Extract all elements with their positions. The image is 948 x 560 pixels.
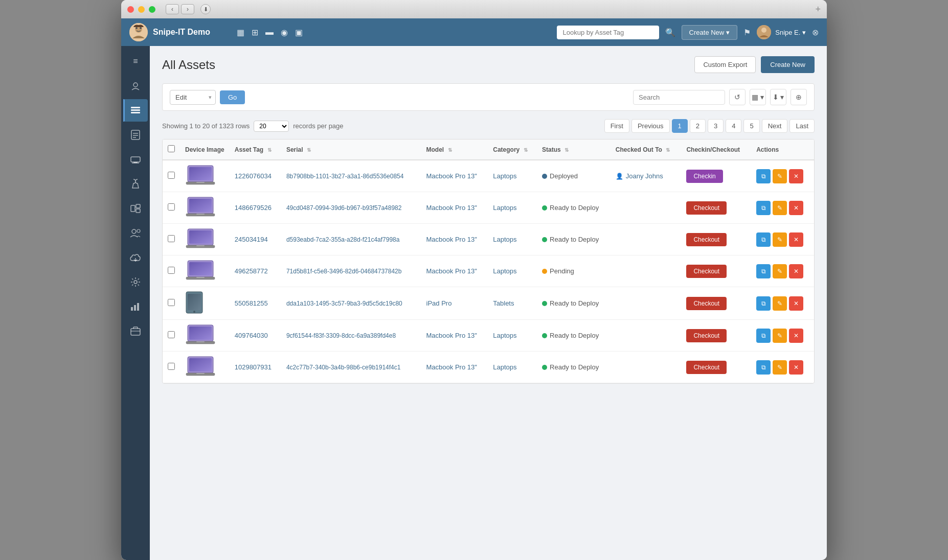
asset-tag-link[interactable]: 550581255	[235, 299, 268, 307]
delete-button[interactable]: ✕	[789, 264, 803, 278]
asset-tag-link[interactable]: 245034194	[235, 236, 268, 243]
minimize-btn[interactable]	[138, 6, 145, 13]
checkout-user-link[interactable]: Joany Johns	[626, 172, 663, 180]
custom-export-button[interactable]: Custom Export	[694, 56, 756, 73]
edit-button[interactable]: ✎	[773, 329, 787, 343]
page-5-button[interactable]: 5	[743, 119, 759, 133]
row-checkbox[interactable]	[168, 235, 175, 242]
copy-button[interactable]: ⧉	[756, 169, 771, 183]
edit-button[interactable]: ✎	[773, 169, 787, 183]
columns-button[interactable]: ▦ ▾	[750, 89, 766, 105]
checkin-checkout-button[interactable]: Checkin	[686, 170, 723, 183]
serial-link[interactable]: 8b7908bb-1101-3b27-a3a1-86d5536e0854	[286, 173, 404, 180]
serial-link[interactable]: dda1a103-1495-3c57-9ba3-9d5c5dc19c80	[286, 300, 402, 307]
serial-link[interactable]: 49cd0487-0994-39d6-b967-b93f57a48982	[286, 204, 402, 212]
page-2-button[interactable]: 2	[690, 119, 706, 133]
delete-button[interactable]: ✕	[789, 201, 803, 215]
export-button[interactable]: ⬇ ▾	[770, 89, 786, 105]
sidebar-item-settings[interactable]	[123, 271, 148, 293]
sidebar-item-menu[interactable]: ≡	[123, 50, 148, 73]
asset-tag-lookup[interactable]	[557, 26, 659, 39]
download-button[interactable]: ⬇	[200, 4, 211, 14]
asset-tag-link[interactable]: 1029807931	[235, 363, 272, 371]
edit-select[interactable]: Edit	[170, 90, 216, 105]
checkin-checkout-button[interactable]: Checkout	[686, 233, 727, 246]
model-link[interactable]: Macbook Pro 13"	[426, 267, 477, 275]
row-checkbox[interactable]	[168, 331, 175, 338]
serial-link[interactable]: 9cf61544-f83f-3309-8dcc-6a9a389fd4e8	[286, 332, 396, 339]
row-checkbox[interactable]	[168, 299, 175, 306]
per-page-select[interactable]: 20 50 100	[254, 121, 289, 132]
category-link[interactable]: Tablets	[493, 299, 514, 307]
col-asset-tag[interactable]: Asset Tag ⇅	[230, 139, 281, 160]
droplet-icon[interactable]: ◉	[281, 28, 288, 37]
col-checked-out-to[interactable]: Checked Out To ⇅	[611, 139, 682, 160]
forward-button[interactable]: ›	[181, 4, 194, 14]
copy-button[interactable]: ⧉	[756, 329, 771, 343]
col-category[interactable]: Category ⇅	[488, 139, 537, 160]
checkin-checkout-button[interactable]: Checkout	[686, 265, 727, 278]
serial-link[interactable]: 71d5b81f-c5e8-3496-82d6-04684737842b	[286, 268, 402, 275]
go-button[interactable]: Go	[220, 90, 245, 104]
back-button[interactable]: ‹	[166, 4, 179, 14]
asset-tag-link[interactable]: 1226076034	[235, 172, 272, 180]
last-page-button[interactable]: Last	[789, 119, 815, 133]
model-link[interactable]: Macbook Pro 13"	[426, 363, 477, 371]
sidebar-item-assets[interactable]	[123, 99, 148, 122]
delete-button[interactable]: ✕	[789, 329, 803, 343]
edit-button[interactable]: ✎	[773, 264, 787, 278]
category-link[interactable]: Laptops	[493, 236, 516, 243]
create-new-button[interactable]: Create New	[761, 56, 815, 73]
category-link[interactable]: Laptops	[493, 332, 516, 339]
copy-button[interactable]: ⧉	[756, 296, 771, 311]
edit-button[interactable]: ✎	[773, 201, 787, 215]
row-checkbox[interactable]	[168, 267, 175, 274]
copy-button[interactable]: ⧉	[756, 232, 771, 247]
search-input[interactable]	[633, 90, 725, 105]
row-checkbox[interactable]	[168, 363, 175, 370]
sidebar-item-licenses[interactable]	[123, 124, 148, 146]
copy-button[interactable]: ⧉	[756, 201, 771, 215]
edit-button[interactable]: ✎	[773, 232, 787, 247]
refresh-button[interactable]: ↺	[729, 89, 746, 105]
delete-button[interactable]: ✕	[789, 296, 803, 311]
asset-tag-link[interactable]: 496258772	[235, 267, 268, 275]
topnav-create-button[interactable]: Create New ▾	[682, 25, 738, 40]
sidebar-item-components[interactable]	[123, 197, 148, 220]
model-link[interactable]: Macbook Pro 13"	[426, 236, 477, 243]
next-page-button[interactable]: Next	[762, 119, 788, 133]
delete-button[interactable]: ✕	[789, 360, 803, 375]
prev-page-button[interactable]: Previous	[631, 119, 670, 133]
category-link[interactable]: Laptops	[493, 172, 516, 180]
monitor-icon[interactable]: ▬	[265, 28, 274, 37]
serial-link[interactable]: 4c2c77b7-340b-3a4b-98b6-ce9b1914f4c1	[286, 364, 401, 371]
search-icon-button[interactable]: 🔍	[665, 28, 675, 37]
share-icon[interactable]: ⊗	[812, 28, 819, 37]
checkin-checkout-button[interactable]: Checkout	[686, 329, 727, 342]
sidebar-item-users[interactable]	[123, 222, 148, 244]
delete-button[interactable]: ✕	[789, 232, 803, 247]
barcode-icon[interactable]: ⊞	[252, 28, 258, 37]
page-3-button[interactable]: 3	[708, 119, 724, 133]
sidebar-item-dashboard[interactable]	[123, 75, 148, 97]
select-all-checkbox[interactable]	[168, 145, 175, 152]
flag-icon[interactable]: ⚑	[743, 28, 751, 37]
maximize-btn[interactable]	[149, 6, 155, 13]
fullscreen-button[interactable]: ⊕	[791, 89, 807, 105]
user-menu[interactable]: Snipe E. ▾	[757, 25, 806, 39]
sidebar-item-kits[interactable]	[123, 320, 148, 342]
close-btn[interactable]	[127, 6, 134, 13]
sidebar-item-reports[interactable]	[123, 295, 148, 318]
model-link[interactable]: Macbook Pro 13"	[426, 204, 477, 212]
page-4-button[interactable]: 4	[726, 119, 741, 133]
category-link[interactable]: Laptops	[493, 363, 516, 371]
checkin-checkout-button[interactable]: Checkout	[686, 297, 727, 310]
category-link[interactable]: Laptops	[493, 204, 516, 212]
copy-button[interactable]: ⧉	[756, 264, 771, 278]
checkin-checkout-button[interactable]: Checkout	[686, 361, 727, 374]
print-icon[interactable]: ▣	[295, 28, 303, 37]
row-checkbox[interactable]	[168, 172, 175, 179]
delete-button[interactable]: ✕	[789, 169, 803, 183]
model-link[interactable]: iPad Pro	[426, 299, 452, 307]
sidebar-item-cloud[interactable]	[123, 246, 148, 269]
